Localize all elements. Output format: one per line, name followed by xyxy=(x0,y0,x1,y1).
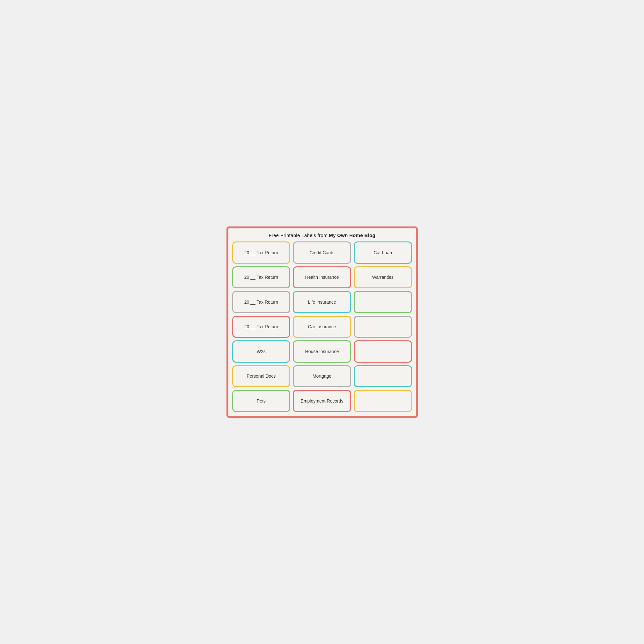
label-card: Personal Docs xyxy=(232,365,291,388)
label-card: Warranties xyxy=(354,266,412,289)
label-card xyxy=(354,291,412,313)
label-card xyxy=(354,365,412,388)
label-card: Life Insurance xyxy=(293,291,351,313)
label-card: Car Loan xyxy=(354,241,412,264)
label-card: Pets xyxy=(232,390,291,412)
label-card: W2s xyxy=(232,340,291,363)
label-card xyxy=(354,316,412,338)
header-text-normal: Free Printable Labels from xyxy=(269,233,329,238)
label-card: 20 __ Tax Return xyxy=(232,241,291,264)
label-card: Car Insurance xyxy=(293,316,351,338)
label-card xyxy=(354,340,412,363)
label-card: Health Insurance xyxy=(293,266,351,289)
label-card: 20 __ Tax Return xyxy=(232,266,291,289)
label-card: House Insurance xyxy=(293,340,351,363)
label-card xyxy=(354,390,412,412)
label-card: 20 __ Tax Return xyxy=(232,291,291,313)
label-card: Employment Records xyxy=(293,390,351,412)
label-card: Credit Cards xyxy=(293,241,351,264)
label-grid: 20 __ Tax ReturnCredit CardsCar Loan20 _… xyxy=(232,241,412,412)
page-header: Free Printable Labels from My Own Home B… xyxy=(232,232,412,239)
label-card: Mortgage xyxy=(293,365,351,388)
header-text-bold: My Own Home Blog xyxy=(329,233,375,238)
page-container: Free Printable Labels from My Own Home B… xyxy=(226,226,418,418)
label-card: 20 __ Tax Return xyxy=(232,316,291,338)
